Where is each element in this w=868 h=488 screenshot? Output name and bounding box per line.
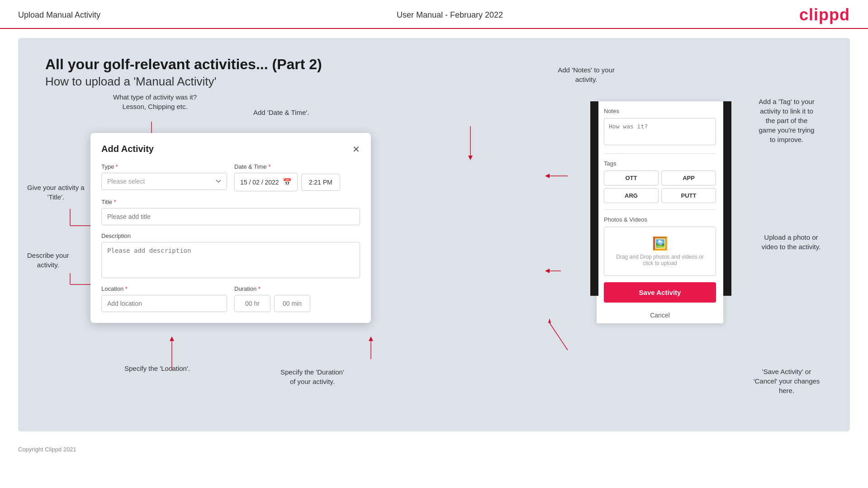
duration-min-input[interactable]: [274, 295, 310, 312]
upload-text: Drag and Drop photos and videos or click…: [613, 254, 707, 266]
annotation-save: 'Save Activity' or 'Cancel' your changes…: [737, 367, 836, 395]
svg-marker-20: [545, 269, 550, 273]
date-input[interactable]: 15 / 02 / 2022 📅: [234, 173, 298, 191]
copyright: Copyright Clippd 2021: [18, 446, 76, 453]
location-group: Location *: [101, 285, 227, 312]
type-select[interactable]: Please select: [101, 173, 227, 190]
notes-section: Notes: [597, 101, 723, 153]
upload-icon: 🖼️: [613, 236, 707, 251]
type-datetime-row: Type * Please select Date & Time * 15 / …: [101, 163, 360, 191]
photos-label: Photos & Videos: [604, 216, 716, 223]
tag-ott[interactable]: OTT: [604, 171, 659, 185]
tag-line1: Add a 'Tag' to your: [759, 98, 814, 105]
location-label: Location *: [101, 285, 227, 292]
annotation-tag: Add a 'Tag' to your activity to link it …: [737, 97, 836, 144]
save-line1: 'Save Activity' or: [762, 368, 811, 375]
upload-line1: Upload a photo or: [764, 233, 818, 241]
notes-label: Notes: [604, 108, 716, 114]
notes-line1: Add 'Notes' to your: [558, 66, 615, 74]
description-input[interactable]: [101, 242, 360, 278]
heading-1: All your golf-relevant activities... (Pa…: [45, 56, 823, 73]
svg-line-21: [550, 323, 568, 350]
tag-line5: to improve.: [770, 136, 803, 143]
title-group: Title *: [101, 199, 360, 225]
upload-zone[interactable]: 🖼️ Drag and Drop photos and videos or cl…: [604, 227, 716, 276]
annotation-notes: Add 'Notes' to your activity.: [558, 65, 615, 84]
datetime-label: Date & Time *: [234, 163, 360, 170]
main-content: All your golf-relevant activities... (Pa…: [18, 38, 850, 431]
give-title-line1: Give your activity a: [27, 184, 85, 191]
phone-right-bar: [723, 101, 731, 296]
datetime-inputs: 15 / 02 / 2022 📅 2:21 PM: [234, 173, 360, 191]
calendar-icon: 📅: [283, 178, 292, 186]
describe-line2: activity.: [37, 261, 59, 269]
add-activity-dialog: Add Activity ✕ Type * Please select Date…: [90, 133, 371, 323]
phone-left-bar: [590, 101, 598, 296]
title-input[interactable]: [101, 208, 360, 225]
tag-line4: game you're trying: [759, 126, 815, 134]
right-panel: Notes Tags OTT APP ARG PUTT Photos & Vid…: [597, 101, 723, 323]
tag-app[interactable]: APP: [661, 171, 716, 185]
give-title-line2: 'Title'.: [47, 193, 65, 201]
page-title: Upload Manual Activity: [18, 10, 100, 20]
time-input[interactable]: 2:21 PM: [301, 174, 340, 191]
footer: Copyright Clippd 2021: [0, 441, 868, 458]
description-group: Description: [101, 232, 360, 278]
dialog-title: Add Activity: [101, 144, 154, 154]
annotation-what-type: What type of activity was it? Lesson, Ch…: [113, 92, 197, 111]
tag-arg[interactable]: ARG: [604, 188, 659, 203]
svg-marker-12: [170, 336, 174, 341]
cancel-button[interactable]: Cancel: [597, 307, 723, 323]
tag-line2: activity to link it to: [760, 107, 813, 115]
duration-hr-input[interactable]: [234, 295, 270, 312]
notes-line2: activity.: [575, 76, 598, 83]
top-bar: Upload Manual Activity User Manual - Feb…: [0, 0, 868, 29]
tags-grid: OTT APP ARG PUTT: [604, 171, 716, 203]
notes-input[interactable]: [604, 118, 716, 145]
datetime-group: Date & Time * 15 / 02 / 2022 📅 2:21 PM: [234, 163, 360, 191]
duration-line1: Specify the 'Duration': [280, 368, 344, 376]
svg-marker-14: [369, 336, 373, 341]
duration-label: Duration *: [234, 285, 360, 292]
title-label: Title *: [101, 199, 360, 205]
photos-section: Photos & Videos 🖼️ Drag and Drop photos …: [597, 210, 723, 282]
description-label: Description: [101, 232, 360, 239]
upload-line2: video to the activity.: [762, 243, 821, 251]
heading-2: How to upload a 'Manual Activity': [45, 75, 823, 89]
annotation-duration: Specify the 'Duration' of your activity.: [280, 367, 344, 386]
svg-marker-16: [468, 156, 473, 160]
svg-marker-22: [548, 318, 551, 323]
tag-line3: the part of the: [766, 117, 808, 124]
dialog-close-button[interactable]: ✕: [352, 145, 360, 154]
type-label: Type *: [101, 163, 227, 170]
duration-group: Duration *: [234, 285, 360, 312]
save-line2: 'Cancel' your changes: [754, 377, 820, 385]
describe-line1: Describe your: [27, 251, 69, 259]
save-activity-button[interactable]: Save Activity: [604, 282, 716, 303]
logo: clippd: [799, 5, 850, 24]
duration-line2: of your activity.: [290, 378, 335, 385]
annotation-location: Specify the 'Location'.: [124, 364, 190, 373]
annotation-describe: Describe your activity.: [27, 251, 69, 270]
annotation-upload: Upload a photo or video to the activity.: [746, 232, 836, 251]
tags-section: Tags OTT APP ARG PUTT: [597, 154, 723, 209]
tags-label: Tags: [604, 160, 716, 167]
location-input[interactable]: [101, 295, 227, 312]
tag-putt[interactable]: PUTT: [661, 188, 716, 203]
page-heading: All your golf-relevant activities... (Pa…: [45, 56, 823, 89]
annotation-give-title: Give your activity a 'Title'.: [27, 183, 85, 202]
document-title: User Manual - February 2022: [397, 10, 503, 20]
date-value: 15 / 02 / 2022: [240, 179, 279, 186]
svg-marker-18: [545, 174, 550, 178]
location-duration-row: Location * Duration *: [101, 285, 360, 312]
dialog-header: Add Activity ✕: [101, 144, 360, 154]
save-line3: here.: [779, 387, 794, 394]
annotation-date-time: Add 'Date & Time'.: [253, 108, 309, 117]
type-group: Type * Please select: [101, 163, 227, 191]
duration-inputs: [234, 295, 360, 312]
